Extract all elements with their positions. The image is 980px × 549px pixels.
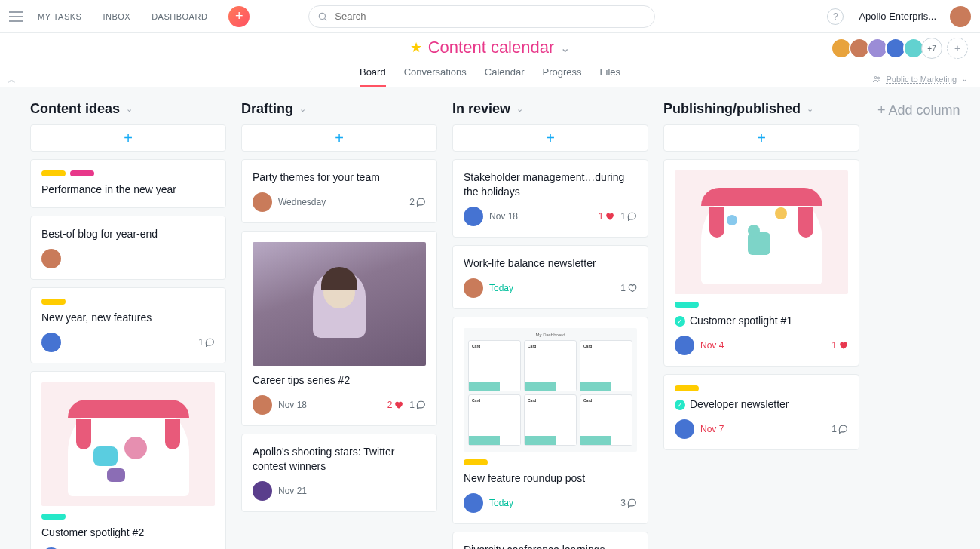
project-title[interactable]: Content calendar (428, 38, 555, 57)
comment-badge[interactable]: 1 (831, 424, 848, 434)
due-date: Today (489, 283, 513, 293)
menu-icon[interactable] (9, 11, 23, 22)
column-title: Drafting (241, 101, 293, 117)
check-icon: ✓ (675, 316, 685, 327)
add-card-button[interactable]: + (30, 124, 226, 152)
privacy-setting[interactable]: Public to Marketing ⌄ (872, 74, 968, 84)
assignee-avatar[interactable] (253, 395, 272, 415)
search-icon (317, 11, 328, 22)
column-header[interactable]: Publishing/published ⌄ (663, 101, 859, 117)
card-cover-image (253, 242, 426, 366)
member-list: +7 + (834, 38, 968, 59)
add-column-button[interactable]: + Add column (874, 101, 963, 120)
comment-badge[interactable]: 1 (620, 211, 637, 222)
card[interactable]: Performance in the new year (30, 159, 226, 208)
chevron-down-icon[interactable]: ⌄ (560, 41, 570, 55)
assignee-avatar[interactable] (675, 336, 694, 355)
assignee-avatar[interactable] (41, 333, 61, 352)
card-title: New feature roundup post (464, 471, 637, 486)
tab-progress[interactable]: Progress (543, 62, 582, 87)
comment-badge[interactable]: 2 (409, 197, 426, 207)
search-wrap (308, 5, 655, 28)
column: Publishing/published ⌄ + ✓Customer spotl… (663, 101, 859, 450)
tag (675, 302, 699, 308)
card[interactable]: Career tips series #2Nov 1821 (241, 231, 437, 426)
create-button[interactable]: + (228, 6, 250, 27)
chevron-down-icon: ⌄ (299, 104, 306, 114)
like-badge[interactable]: 1 (831, 340, 848, 351)
card[interactable]: My DashboardCardCardCardCardCardCardNew … (452, 317, 648, 524)
tab-row: Board Conversations Calendar Progress Fi… (0, 62, 980, 87)
card[interactable]: Diversity conference learningsMonday1 (452, 532, 648, 549)
workspace-name[interactable]: Apollo Enterpris... (859, 11, 936, 22)
add-card-button[interactable]: + (241, 124, 437, 152)
due-date: Nov 18 (278, 400, 307, 410)
assignee-avatar[interactable] (253, 192, 272, 212)
assignee-avatar[interactable] (253, 481, 272, 501)
chevron-down-icon: ⌄ (961, 74, 968, 84)
column-title: Content ideas (30, 101, 120, 117)
tab-board[interactable]: Board (360, 62, 386, 87)
member-more-button[interactable]: +7 (921, 38, 942, 59)
add-card-button[interactable]: + (663, 124, 859, 152)
star-icon[interactable]: ★ (410, 39, 422, 56)
add-card-button[interactable]: + (452, 124, 648, 152)
card[interactable]: ✓Customer spotlight #1Nov 41 (663, 159, 859, 367)
card-footer: Today3 (464, 493, 637, 513)
collapse-icon[interactable]: ︽ (8, 74, 16, 85)
like-badge[interactable]: 1 (599, 211, 615, 222)
tab-calendar[interactable]: Calendar (485, 62, 525, 87)
column-header[interactable]: Drafting ⌄ (241, 101, 437, 117)
like-badge[interactable]: 2 (387, 400, 404, 410)
card[interactable]: Work-life balance newsletterToday1 (452, 245, 648, 309)
column-header[interactable]: In review ⌄ (452, 101, 648, 117)
card-title: Performance in the new year (41, 182, 215, 197)
user-avatar[interactable] (950, 6, 971, 27)
card[interactable]: ✓Developer newsletterNov 71 (663, 374, 859, 450)
tag (41, 514, 66, 520)
tab-files[interactable]: Files (600, 62, 620, 87)
card-tags (675, 385, 848, 391)
card-footer (41, 249, 215, 268)
assignee-avatar[interactable] (464, 493, 483, 513)
card[interactable]: Customer spotlight #2 (30, 371, 226, 549)
card[interactable]: New year, new features1 (30, 287, 226, 363)
column-header[interactable]: Content ideas ⌄ (30, 101, 226, 117)
card-title: Apollo's shooting stars: Twitter contest… (253, 445, 426, 474)
comment-badge[interactable]: 3 (620, 498, 637, 508)
tag (464, 459, 488, 465)
card-title: Best-of blog for year-end (41, 227, 215, 241)
card[interactable]: Best-of blog for year-end (30, 216, 226, 280)
due-date: Today (489, 498, 513, 508)
privacy-label: Public to Marketing (886, 75, 957, 84)
column: In review ⌄ + Stakeholder management…dur… (452, 101, 648, 549)
comment-badge[interactable]: 1 (198, 337, 215, 348)
tag (41, 170, 66, 176)
nav-dashboard[interactable]: DASHBOARD (152, 12, 207, 21)
card-title: Stakeholder management…during the holida… (464, 170, 637, 199)
card-tags (675, 302, 848, 308)
card-title: ✓Developer newsletter (675, 397, 848, 412)
card[interactable]: Apollo's shooting stars: Twitter contest… (241, 434, 437, 512)
help-button[interactable]: ? (827, 8, 844, 25)
column: Content ideas ⌄ + Performance in the new… (30, 101, 226, 549)
tab-conversations[interactable]: Conversations (404, 62, 467, 87)
nav-my-tasks[interactable]: MY TASKS (38, 12, 81, 21)
comment-badge[interactable]: 1 (409, 400, 426, 410)
assignee-avatar[interactable] (41, 249, 61, 268)
card[interactable]: Party themes for your teamWednesday2 (241, 159, 437, 223)
search-input[interactable] (308, 5, 655, 28)
card-title: Diversity conference learnings (464, 543, 637, 549)
column-title: Publishing/published (663, 101, 801, 117)
card[interactable]: Stakeholder management…during the holida… (452, 159, 648, 238)
assignee-avatar[interactable] (464, 207, 483, 226)
assignee-avatar[interactable] (464, 278, 483, 298)
card-tags (41, 299, 215, 305)
add-member-button[interactable]: + (947, 38, 968, 59)
like-badge[interactable]: 1 (620, 283, 637, 293)
assignee-avatar[interactable] (675, 419, 694, 439)
svg-point-2 (874, 76, 877, 78)
card-footer: Nov 71 (675, 419, 848, 439)
nav-inbox[interactable]: INBOX (103, 12, 130, 21)
card-list: ✓Customer spotlight #1Nov 41✓Developer n… (663, 159, 859, 450)
